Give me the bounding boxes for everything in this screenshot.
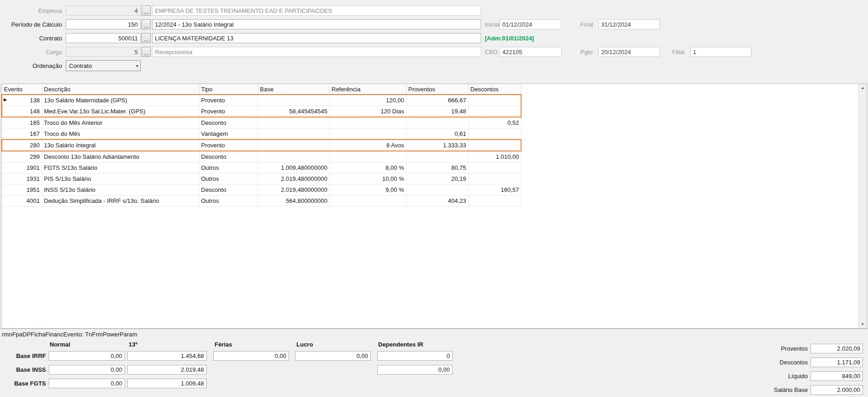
grid-row[interactable]: 1931PIS S/13o SalárioOutros2.019,4800000… — [2, 173, 521, 185]
status-text: rmnFpaDPFichaFinancEvento: TnFrmPowerPar… — [2, 331, 137, 338]
cell-proventos: 404,23 — [406, 196, 468, 207]
liquido-total-label: Líquido — [726, 371, 808, 381]
cell-proventos: 666,67 — [406, 95, 468, 106]
col-header-descontos: Descontos — [468, 84, 521, 95]
cell-descontos — [468, 173, 521, 185]
cell-proventos: 0,61 — [406, 129, 468, 140]
grid-row[interactable]: 4001Dedução Simplificada - IRRF s/13o. S… — [2, 196, 521, 207]
base-irrf-normal-field: 0,00 — [49, 351, 125, 361]
grid-header-row: Evento Descrição Tipo Base Referência Pr… — [2, 84, 521, 95]
cell-proventos: 19,48 — [406, 106, 468, 117]
empresa-browse-button[interactable]: ... — [142, 6, 151, 16]
base-fgts-label: Base FGTS — [0, 379, 46, 388]
contrato-label: Contrato — [0, 33, 62, 43]
cell-referencia: 8,00 % — [329, 162, 406, 173]
cell-tipo: Desconto — [199, 185, 258, 196]
cell-descricao: Troco do Mês Anterior — [42, 117, 199, 129]
cell-base: 2.019,480000000 — [258, 173, 329, 185]
cell-descontos: 160,57 — [468, 185, 521, 196]
empresa-name-field: EMPRESA DE TESTES TREINAMENTO EAD E PART… — [152, 6, 481, 16]
cbo-field[interactable]: 422105 — [499, 47, 562, 57]
grid-row[interactable]: 28013o Salário IntegralProvento8 Avos1.3… — [2, 140, 521, 151]
cell-descontos — [468, 196, 521, 207]
cargo-label: Cargo — [0, 47, 62, 57]
cell-proventos — [406, 117, 468, 129]
cell-evento: 299 — [2, 151, 42, 162]
cell-descricao: 13o Salário Integral — [42, 140, 199, 151]
scroll-up-button[interactable]: ▲ — [859, 84, 867, 92]
liquido-total-field: 849,00 — [811, 371, 863, 381]
cell-base: 1.009,480000000 — [258, 162, 329, 173]
col-header-descricao: Descrição — [42, 84, 199, 95]
grid-row[interactable]: 148Med.Eve.Var.13o Sal.Lic.Mater. (GPS)P… — [2, 106, 521, 117]
empresa-label: Empresa — [0, 6, 62, 16]
pgto-date-field[interactable]: 20/12/2024 — [598, 47, 660, 57]
contrato-code-field[interactable]: 500011 — [66, 33, 141, 43]
filial-label: Filial — [672, 47, 685, 57]
cell-referencia — [329, 129, 406, 140]
cell-base — [258, 95, 329, 106]
row-selector-icon: ▶ — [4, 97, 7, 102]
cell-tipo: Provento — [199, 140, 258, 151]
cell-evento: 4001 — [2, 196, 42, 207]
grid-row[interactable]: 1951INSS S/13o SalárioDesconto2.019,4800… — [2, 185, 521, 196]
vertical-scrollbar[interactable]: ▲ ▼ — [858, 84, 867, 328]
contrato-browse-button[interactable]: ... — [142, 33, 151, 43]
cell-descontos — [468, 140, 521, 151]
scroll-down-button[interactable]: ▼ — [859, 320, 867, 328]
grid-row[interactable]: 167Troco do MêsVantagem0,61 — [2, 129, 521, 140]
cell-proventos: 80,75 — [406, 162, 468, 173]
cell-base — [258, 151, 329, 162]
grid-row[interactable]: 165Troco do Mês AnteriorDesconto0,52 — [2, 117, 521, 129]
cell-base: 2.019,480000000 — [258, 185, 329, 196]
inicial-date-field[interactable]: 01/12/2024 — [499, 19, 562, 29]
pgto-label: Pgto — [580, 47, 593, 57]
grid-row[interactable]: 299Desconto 13o Salário AdiantamentoDesc… — [2, 151, 521, 162]
grid-body: ▶13813o Salário Maternidade (GPS)Provent… — [2, 95, 521, 207]
periodo-name-field[interactable]: 12/2024 - 13o Salário Integral — [152, 19, 481, 29]
cell-evento: 280 — [2, 140, 42, 151]
dependentes-ir-value-field: 0,00 — [377, 365, 453, 375]
cell-referencia: 9,00 % — [329, 185, 406, 196]
base-irrf-label: Base IRRF — [0, 351, 46, 361]
final-label: Final — [580, 19, 593, 29]
cell-descricao: 13o Salário Maternidade (GPS) — [42, 95, 199, 106]
cell-evento: 167 — [2, 129, 42, 140]
cell-referencia — [329, 151, 406, 162]
cell-tipo: Outros — [199, 196, 258, 207]
cell-proventos: 20,19 — [406, 173, 468, 185]
cargo-code-field: 5 — [66, 47, 141, 57]
periodo-browse-button[interactable]: ... — [142, 19, 151, 29]
cell-referencia — [329, 196, 406, 207]
cbo-label: CBO — [485, 47, 498, 57]
grid-row[interactable]: ▶13813o Salário Maternidade (GPS)Provent… — [2, 95, 521, 106]
contrato-name-field[interactable]: LICENÇA MATERNIDADE 13 — [152, 33, 481, 43]
base-inss-13-field: 2.019,48 — [127, 365, 207, 375]
cell-descontos — [468, 106, 521, 117]
cell-descricao: PIS S/13o Salário — [42, 173, 199, 185]
base-irrf-ferias-field: 0,00 — [213, 351, 289, 361]
ordenacao-select[interactable]: Contrato ▾ — [66, 60, 141, 71]
cell-tipo: Vantagem — [199, 129, 258, 140]
final-date-field[interactable]: 31/12/2024 — [598, 19, 660, 29]
cargo-name-field: Recepcionista — [152, 47, 481, 57]
base-inss-label: Base INSS — [0, 365, 46, 375]
cell-base — [258, 129, 329, 140]
salario-base-label: Salário Base — [726, 385, 808, 395]
base-irrf-13-field: 1.454,68 — [127, 351, 207, 361]
cell-tipo: Provento — [199, 106, 258, 117]
cell-referencia: 10,00 % — [329, 173, 406, 185]
cell-descontos — [468, 95, 521, 106]
filial-field[interactable]: 1 — [690, 47, 751, 57]
cell-base: 58,445454545 — [258, 106, 329, 117]
periodo-code-field[interactable]: 150 — [66, 19, 141, 29]
cell-tipo: Desconto — [199, 151, 258, 162]
grid-row[interactable]: 1901FGTS S/13o SalárioOutros1.009,480000… — [2, 162, 521, 173]
cargo-browse-button[interactable]: ... — [142, 47, 151, 57]
ordenacao-label: Ordenação — [0, 61, 62, 71]
cell-tipo: Desconto — [199, 117, 258, 129]
ordenacao-selected-value: Contrato — [69, 62, 134, 69]
bases-col-ferias: Férias — [215, 341, 232, 348]
descontos-total-field: 1.171,09 — [811, 358, 863, 367]
col-header-referencia: Referência — [329, 84, 406, 95]
